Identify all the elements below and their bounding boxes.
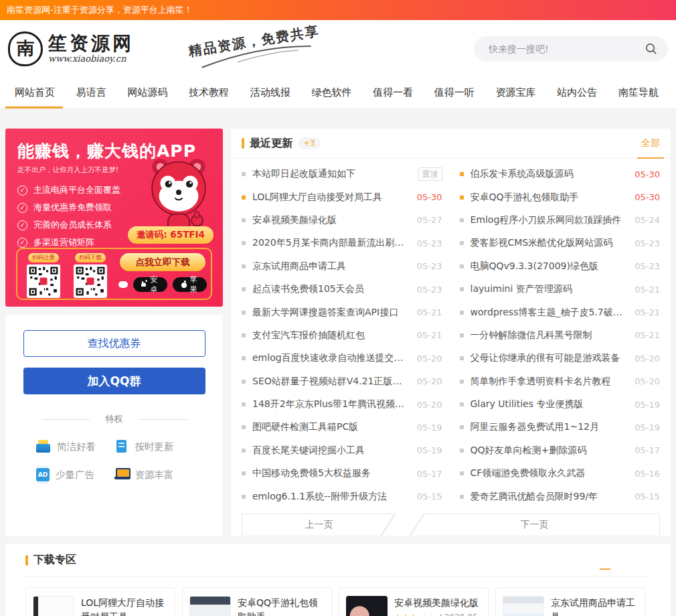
promo-ad-card[interactable]: 能赚钱，赚大钱的APP 足不出户，让你月入上万不是梦! 主流电商平台全面覆盖 海… <box>5 129 223 307</box>
article-row[interactable]: 爱客影视CMS米酷优化版网站源码 05-23 <box>460 232 661 254</box>
nav-item[interactable]: 资源宝库 <box>496 77 536 108</box>
article-title[interactable]: layuimini 资产管理源码 <box>471 283 628 295</box>
article-row[interactable]: 图吧硬件检测工具箱PC版 05-19 <box>242 416 442 439</box>
download-now-button[interactable]: 点我立即下载 <box>120 253 205 271</box>
article-row[interactable]: 安卓QQ手游礼包领取助手 05-30 <box>460 185 661 208</box>
article-title[interactable]: 伯乐发卡系统高级版源码 <box>471 168 628 180</box>
article-row[interactable]: 本站即日起改版通知如下 置顶 <box>242 163 442 185</box>
nav-item[interactable]: 网站首页 <box>15 77 55 108</box>
card-title[interactable]: 京东试用商品申请工具 <box>551 596 638 616</box>
article-row[interactable]: 起点读书免费领105天会员 05-23 <box>242 278 442 301</box>
article-title[interactable]: Glary Utilities 专业便携版 <box>471 398 628 410</box>
next-page-button[interactable]: 下一页 <box>409 514 660 536</box>
download-card[interactable]: 京东试用商品申请工具 ★★★☆☆ / 2020-05- <box>495 587 645 616</box>
article-title[interactable]: SEO站群量子视频站群V4.21正版源码 <box>252 376 410 388</box>
article-title[interactable]: 图吧硬件检测工具箱PC版 <box>252 421 410 433</box>
article-title[interactable]: 百度长尾关键词挖掘小工具 <box>252 445 410 457</box>
article-title[interactable]: 爱奇艺腾讯优酷会员限时99/年 <box>471 491 628 503</box>
article-title[interactable]: 起点读书免费领105天会员 <box>252 283 410 295</box>
article-title[interactable]: 支付宝汽车报价抽随机红包 <box>252 329 410 341</box>
article-title[interactable]: 京东试用商品申请工具 <box>252 260 410 273</box>
article-title[interactable]: 中国移动免费领5大权益服务 <box>252 467 410 479</box>
announcement-text: 南笙资源网-注重于资源分享，资源平台上南笙！ <box>7 4 193 16</box>
article-row[interactable]: 简单制作手拿透明资料卡名片教程 05-20 <box>460 370 661 393</box>
find-coupon-button[interactable]: 查找优惠券 <box>23 330 205 357</box>
platform-row: 安卓 苹果 <box>118 277 207 292</box>
article-row[interactable]: 2020年5月某卡商内部最新流出刷钻代码 全... 05-23 <box>242 232 442 254</box>
nav-item[interactable]: 易语言 <box>76 77 106 108</box>
nav-item[interactable]: 值得一看 <box>373 77 413 108</box>
site-logo[interactable]: 南 笙资源网 www.xiaobiaoy.cn <box>8 31 134 66</box>
article-title[interactable]: 安卓视频美颜绿化版 <box>252 214 410 226</box>
article-title[interactable]: 阿里云服务器免费试用1~12月 <box>471 421 628 433</box>
article-row[interactable]: 安卓视频美颜绿化版 05-27 <box>242 209 442 232</box>
article-row[interactable]: emlog6.1.1系统--附带升级方法 05-15 <box>242 485 442 508</box>
article-row[interactable]: 父母让你继承的很有可能是游戏装备 05-20 <box>460 347 661 370</box>
platform-download-button[interactable]: 安卓 <box>133 277 167 292</box>
article-title[interactable]: 本站即日起改版通知如下 <box>252 168 412 180</box>
download-card[interactable]: 安卓视频美颜绿化版 ★★★☆☆ / 2020-05- <box>339 587 489 616</box>
article-title[interactable]: 最新大学网课搜题答案查询API接口 <box>252 307 410 319</box>
search-input[interactable] <box>489 44 645 54</box>
article-row[interactable]: 最新大学网课搜题答案查询API接口 05-21 <box>242 301 442 323</box>
article-title[interactable]: emlog6.1.1系统--附带升级方法 <box>252 491 410 503</box>
article-row[interactable]: QQ好友单向检测+删除源码 05-17 <box>460 439 661 462</box>
article-title[interactable]: 148开2年京东Plus带1年腾讯视频会员 <box>252 398 410 410</box>
article-title[interactable]: 电脑QQv9.3.3(27009)绿色版 <box>471 260 628 273</box>
card-title[interactable]: LOL阿狸大厅自动接受对局工具 <box>81 596 168 616</box>
article-row[interactable]: SEO站群量子视频站群V4.21正版源码 05-20 <box>242 370 442 393</box>
article-title[interactable]: 一分钟解除微信凡科黑号限制 <box>471 329 628 341</box>
download-card[interactable]: 安卓QQ手游礼包领取助手 <box>182 587 332 616</box>
nav-item-label: 网站首页 <box>15 86 55 99</box>
article-row[interactable]: wordpress博客主题_柚子皮5.7破解无限制版 05-21 <box>460 301 661 323</box>
article-title[interactable]: 2020年5月某卡商内部最新流出刷钻代码 全... <box>252 237 410 249</box>
article-title[interactable]: emlog百度快速收录自动推送提交插件 <box>252 352 410 364</box>
article-row[interactable]: CF领端游免费领取永久武器 05-16 <box>460 462 661 485</box>
article-row[interactable]: layuimini 资产管理源码 05-21 <box>460 278 661 301</box>
article-title[interactable]: Emlog程序小刀娱乐网同款顶踩插件 <box>471 214 628 226</box>
download-card[interactable]: LOL阿狸大厅自动接受对局工具 <box>25 587 175 616</box>
article-row[interactable]: 148开2年京东Plus带1年腾讯视频会员 05-20 <box>242 393 442 416</box>
card-title[interactable]: 安卓QQ手游礼包领取助手 <box>238 596 325 616</box>
platform-download-button[interactable]: 苹果 <box>173 277 207 292</box>
article-row[interactable]: 伯乐发卡系统高级版源码 05-30 <box>460 163 661 185</box>
nav-item[interactable]: 活动线报 <box>250 77 290 108</box>
recent-updates-panel: 最近更新 +3 全部 本站即日起改版通知如下 置顶 LOL阿狸大厅自动接受对局工… <box>231 129 671 536</box>
article-title[interactable]: CF领端游免费领取永久武器 <box>471 467 628 479</box>
card-title[interactable]: 安卓视频美颜绿化版 <box>394 596 481 610</box>
nav-item[interactable]: 技术教程 <box>189 77 229 108</box>
article-row[interactable]: 阿里云服务器免费试用1~12月 05-19 <box>460 416 661 439</box>
nav-item[interactable]: 南笙导航 <box>618 77 659 108</box>
nav-item[interactable]: 值得一听 <box>434 77 475 108</box>
article-row[interactable]: 支付宝汽车报价抽随机红包 05-21 <box>242 324 442 347</box>
article-title[interactable]: LOL阿狸大厅自动接受对局工具 <box>252 191 410 204</box>
article-row[interactable]: Emlog程序小刀娱乐网同款顶踩插件 05-24 <box>460 209 661 232</box>
promo-feature-label: 主流电商平台全面覆盖 <box>33 184 120 196</box>
view-all-link[interactable]: 全部 <box>641 137 660 149</box>
nav-item[interactable]: 站内公告 <box>557 77 597 108</box>
nav-item[interactable]: 绿色软件 <box>311 77 351 108</box>
article-title[interactable]: QQ好友单向检测+删除源码 <box>471 445 628 457</box>
article-title[interactable]: 爱客影视CMS米酷优化版网站源码 <box>471 237 628 249</box>
article-row[interactable]: Glary Utilities 专业便携版 05-19 <box>460 393 661 416</box>
article-title[interactable]: 安卓QQ手游礼包领取助手 <box>471 191 628 204</box>
article-title[interactable]: 父母让你继承的很有可能是游戏装备 <box>471 352 628 364</box>
article-row[interactable]: 一分钟解除微信凡科黑号限制 05-21 <box>460 324 661 347</box>
search-icon[interactable] <box>645 43 657 55</box>
search-box[interactable] <box>474 36 668 62</box>
article-row[interactable]: 百度长尾关键词挖掘小工具 05-19 <box>242 439 442 462</box>
join-qq-group-button[interactable]: 加入QQ群 <box>23 368 205 394</box>
card-rating: ★★★☆☆ / 2020-05- <box>394 613 481 616</box>
article-row[interactable]: 中国移动免费领5大权益服务 05-17 <box>242 462 442 485</box>
article-row[interactable]: 爱奇艺腾讯优酷会员限时99/年 05-15 <box>460 485 661 508</box>
prev-page-button[interactable]: 上一页 <box>242 514 396 536</box>
article-row[interactable]: 电脑QQv9.3.3(27009)绿色版 05-23 <box>460 255 661 278</box>
article-row[interactable]: 京东试用商品申请工具 05-23 <box>242 255 442 278</box>
article-title[interactable]: wordpress博客主题_柚子皮5.7破解无限制版 <box>471 307 628 319</box>
privilege-icon <box>114 468 129 481</box>
section-marker <box>242 138 244 149</box>
article-row[interactable]: LOL阿狸大厅自动接受对局工具 05-30 <box>242 185 442 208</box>
nav-item[interactable]: 网站源码 <box>127 77 167 108</box>
article-row[interactable]: emlog百度快速收录自动推送提交插件 05-20 <box>242 347 442 370</box>
article-title[interactable]: 简单制作手拿透明资料卡名片教程 <box>471 376 628 388</box>
